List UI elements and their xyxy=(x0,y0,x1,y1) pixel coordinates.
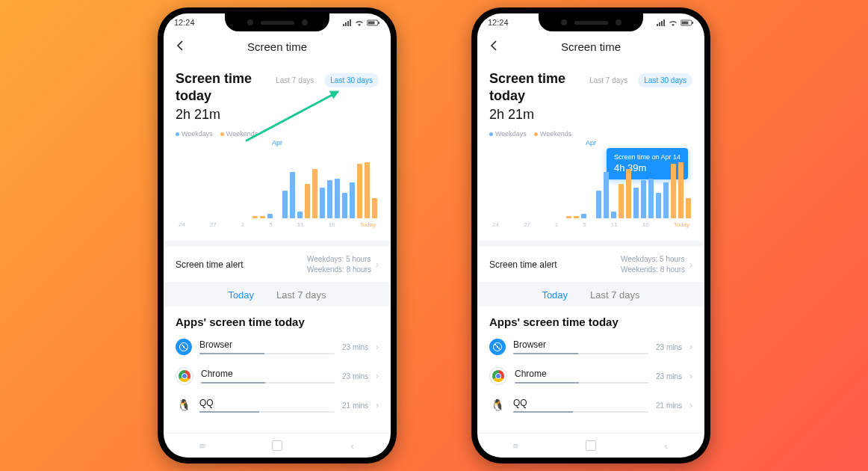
content-scroll[interactable]: Screen time today 2h 21m Last 7 days Las… xyxy=(477,61,704,433)
range-tab-7d[interactable]: Last 7 days xyxy=(583,73,633,87)
tab-today[interactable]: Today xyxy=(542,289,568,301)
home-button[interactable] xyxy=(586,440,596,451)
summary-total: 2h 21m xyxy=(489,107,565,123)
chart-bar[interactable] xyxy=(686,198,691,218)
summary-title-line2: today xyxy=(489,87,565,105)
app-icon xyxy=(489,339,506,355)
app-icon: 🐧 xyxy=(176,397,192,413)
chart-legend: Weekdays Weekends xyxy=(176,130,379,138)
app-usage-bar xyxy=(199,411,335,413)
app-time: 23 mins › xyxy=(656,342,692,352)
chart-bar[interactable] xyxy=(633,188,639,218)
x-tick: 27 xyxy=(210,221,217,232)
chart-bar[interactable] xyxy=(648,179,654,218)
chart-bar[interactable] xyxy=(252,216,258,218)
chart-bar[interactable] xyxy=(611,212,616,218)
app-icon: 🐧 xyxy=(489,397,506,413)
status-icons xyxy=(657,19,694,26)
range-tab-7d[interactable]: Last 7 days xyxy=(270,73,320,87)
chart-bar[interactable] xyxy=(320,188,325,218)
range-tab-30d[interactable]: Last 30 days xyxy=(638,73,692,87)
chart-bar[interactable] xyxy=(305,184,310,218)
chart-bar[interactable] xyxy=(678,162,683,218)
x-tick: 24 xyxy=(492,221,499,232)
app-time: 23 mins › xyxy=(342,371,379,381)
chart-bar[interactable] xyxy=(372,198,377,218)
chart-bar[interactable] xyxy=(656,193,661,218)
chart-bar[interactable] xyxy=(342,193,347,218)
chart-bar[interactable] xyxy=(619,184,624,218)
app-row[interactable]: Browser23 mins › xyxy=(477,333,704,361)
chart-bar[interactable] xyxy=(365,162,370,218)
back-nav-button[interactable]: ‹ xyxy=(346,439,359,452)
chart-bar[interactable] xyxy=(574,216,579,218)
chart-bar[interactable] xyxy=(671,164,676,218)
display-notch xyxy=(225,13,329,31)
chart-bar[interactable] xyxy=(663,182,669,218)
x-tick: 5 xyxy=(583,221,586,232)
x-tick: Today xyxy=(360,221,376,232)
app-row[interactable]: 🐧QQ21 mins › xyxy=(164,391,391,419)
app-row[interactable]: Chrome23 mins › xyxy=(477,361,704,391)
x-tick: 16 xyxy=(329,221,335,232)
chevron-right-icon: › xyxy=(376,259,379,270)
chart-bar[interactable] xyxy=(604,172,609,218)
chart-month-label: Apr xyxy=(176,139,379,147)
chart-bar[interactable] xyxy=(335,179,340,218)
chevron-right-icon: › xyxy=(689,371,692,381)
chart-bar[interactable] xyxy=(596,191,601,218)
tab-last7[interactable]: Last 7 days xyxy=(590,289,640,301)
chart-bar[interactable] xyxy=(267,214,273,218)
back-nav-button[interactable]: ‹ xyxy=(660,439,673,452)
battery-icon xyxy=(367,19,380,26)
summary-title-line2: today xyxy=(176,87,252,105)
chart-bar[interactable] xyxy=(626,169,631,218)
chart-bar[interactable] xyxy=(581,214,586,218)
tab-last7[interactable]: Last 7 days xyxy=(276,289,326,301)
usage-chart[interactable]: 2427151116Today xyxy=(176,150,379,232)
alert-label: Screen time alert xyxy=(489,259,557,270)
app-row[interactable]: Browser23 mins › xyxy=(164,333,391,361)
app-name: Chrome xyxy=(201,369,335,379)
signal-icon xyxy=(657,19,666,26)
app-row[interactable]: 🐧QQ21 mins › xyxy=(477,391,704,419)
chevron-left-icon xyxy=(488,39,501,52)
stage: 12:24 Screen time xyxy=(0,0,868,471)
phone-screen: 12:24 Screen time xyxy=(164,13,391,458)
chart-bar[interactable] xyxy=(350,182,355,218)
chart-bar[interactable] xyxy=(297,212,303,218)
chart-bar[interactable] xyxy=(282,191,288,218)
chevron-right-icon: › xyxy=(689,342,692,352)
svg-rect-4 xyxy=(692,22,693,24)
svg-rect-5 xyxy=(682,21,689,24)
screen-time-alert-row[interactable]: Screen time alert Weekdays: 5 hours Week… xyxy=(164,247,391,282)
app-row[interactable]: Chrome23 mins › xyxy=(164,361,391,391)
recents-button[interactable]: ≡ xyxy=(509,439,522,452)
tab-today[interactable]: Today xyxy=(228,289,254,301)
chart-bar[interactable] xyxy=(566,216,571,218)
chart-bar[interactable] xyxy=(327,180,332,218)
back-button[interactable] xyxy=(174,39,187,52)
home-button[interactable] xyxy=(272,440,282,451)
range-tab-30d[interactable]: Last 30 days xyxy=(324,73,379,87)
chart-bar[interactable] xyxy=(312,169,317,218)
summary-title-line1: Screen time xyxy=(176,70,252,87)
svg-rect-2 xyxy=(368,21,375,24)
screen-time-alert-row[interactable]: Screen time alert Weekdays: 5 hours Week… xyxy=(477,247,704,282)
chart-bar[interactable] xyxy=(357,164,362,218)
chart-bar[interactable] xyxy=(260,216,265,218)
page-title: Screen time xyxy=(247,40,307,53)
content-scroll[interactable]: Screen time today 2h 21m Last 7 days Las… xyxy=(164,61,391,433)
summary-section: Screen time today 2h 21m Last 7 days Las… xyxy=(477,61,704,241)
range-selector: Last 7 days Last 30 days xyxy=(270,73,379,87)
chart-bar[interactable] xyxy=(641,180,646,218)
system-nav-bar: ≡ ‹ xyxy=(164,433,391,458)
app-name: QQ xyxy=(199,398,335,408)
x-tick: 16 xyxy=(642,221,649,232)
x-tick: 1 xyxy=(555,221,558,232)
back-button[interactable] xyxy=(488,39,501,52)
recents-button[interactable]: ≡ xyxy=(195,439,208,452)
x-tick: 24 xyxy=(179,221,185,232)
usage-chart[interactable]: Screen time on Apr 14 4h 39m 2427151116T… xyxy=(489,150,692,232)
chart-bar[interactable] xyxy=(290,172,295,218)
